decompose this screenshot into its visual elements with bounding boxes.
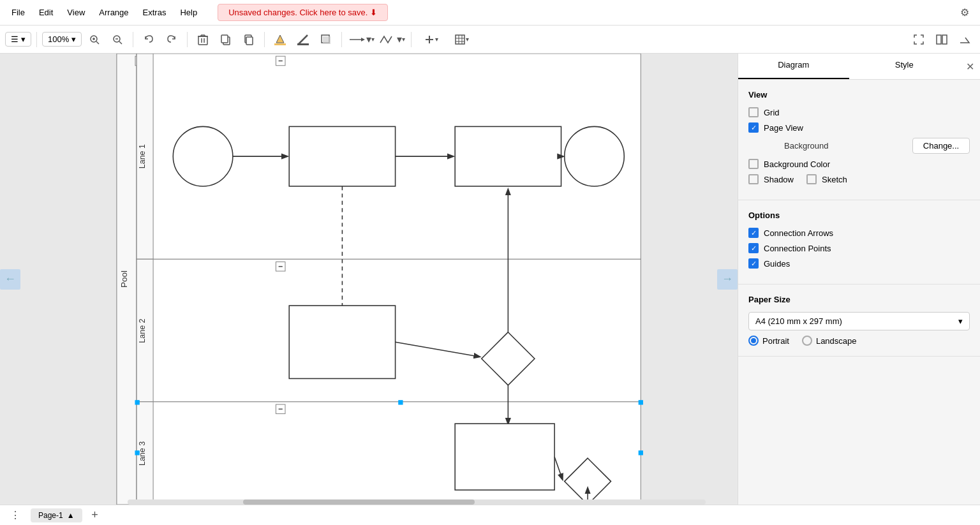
add-page-button[interactable]: + bbox=[87, 508, 103, 523]
sketch-option[interactable]: Sketch bbox=[806, 174, 847, 184]
split-view-button[interactable] bbox=[932, 29, 952, 50]
grid-option[interactable]: Grid bbox=[748, 107, 970, 117]
zoom-in-button[interactable] bbox=[84, 29, 105, 50]
portrait-radio[interactable] bbox=[748, 336, 759, 346]
paste-button[interactable] bbox=[239, 29, 259, 50]
orientation-group: Portrait Landscape bbox=[748, 336, 970, 346]
guides-option[interactable]: ✓ Guides bbox=[748, 258, 970, 269]
save-notification[interactable]: Unsaved changes. Click here to save. ⬇ bbox=[218, 4, 388, 21]
svg-rect-23 bbox=[323, 36, 330, 44]
separator-3 bbox=[187, 32, 188, 47]
menu-view[interactable]: View bbox=[61, 5, 91, 20]
copy-button[interactable] bbox=[216, 29, 236, 50]
svg-rect-56 bbox=[399, 401, 403, 404]
chevron-down-icon: ▾ bbox=[21, 34, 26, 44]
sidebar-toggle[interactable]: ☰ ▾ bbox=[5, 32, 31, 47]
portrait-option[interactable]: Portrait bbox=[748, 336, 789, 346]
horizontal-scrollbar[interactable] bbox=[128, 499, 706, 505]
nav-arrow-left[interactable]: ← bbox=[0, 269, 20, 290]
separator-1 bbox=[36, 32, 37, 47]
svg-rect-33 bbox=[937, 35, 941, 44]
chevron-down-icon: ▾ bbox=[71, 34, 76, 44]
canvas-container[interactable]: ← → Pool Lane 1 Lane 2 bbox=[0, 54, 738, 505]
sidebar-icon: ☰ bbox=[11, 34, 19, 44]
zoom-out-button[interactable] bbox=[107, 29, 128, 50]
zoom-level: 100% bbox=[48, 34, 69, 44]
background-color-option[interactable]: Background Color bbox=[748, 159, 970, 169]
landscape-option[interactable]: Landscape bbox=[802, 336, 857, 346]
shadow-label: Shadow bbox=[764, 175, 794, 184]
connection-points-checkbox[interactable]: ✓ bbox=[748, 243, 759, 253]
redo-button[interactable] bbox=[161, 29, 182, 50]
right-panel: Diagram Style ✕ View Grid ✓ Page View Ba… bbox=[738, 54, 980, 505]
shadow-button[interactable] bbox=[316, 29, 336, 50]
svg-rect-21 bbox=[297, 43, 309, 45]
change-background-button[interactable]: Change... bbox=[912, 138, 970, 154]
chevron-down-icon: ▾ bbox=[958, 316, 963, 326]
separator-2 bbox=[133, 32, 133, 47]
fullscreen-button[interactable] bbox=[909, 29, 929, 50]
waypoints-button[interactable]: ▾ ▾ bbox=[378, 29, 406, 50]
connection-arrows-label: Connection Arrows bbox=[764, 228, 833, 238]
connection-points-label: Connection Points bbox=[764, 244, 831, 253]
chevron-up-icon: ▲ bbox=[67, 511, 75, 520]
insert-button[interactable]: ▾ bbox=[417, 29, 445, 50]
settings-icon[interactable]: ⚙ bbox=[954, 3, 975, 23]
guides-checkbox[interactable]: ✓ bbox=[748, 258, 759, 269]
svg-marker-25 bbox=[361, 38, 365, 41]
sketch-checkbox[interactable] bbox=[806, 174, 817, 184]
menu-edit[interactable]: Edit bbox=[33, 5, 59, 20]
shadow-checkbox[interactable] bbox=[748, 174, 759, 184]
undo-button[interactable] bbox=[138, 29, 159, 50]
page-view-option[interactable]: ✓ Page View bbox=[748, 122, 970, 133]
menu-arrange[interactable]: Arrange bbox=[93, 5, 135, 20]
guides-label: Guides bbox=[764, 259, 790, 269]
delete-button[interactable] bbox=[193, 29, 213, 50]
nav-arrow-right[interactable]: → bbox=[717, 269, 738, 290]
page-tab[interactable]: Page-1 ▲ bbox=[31, 508, 82, 522]
svg-point-63 bbox=[173, 126, 233, 186]
panel-tabs: Diagram Style ✕ bbox=[738, 54, 980, 80]
svg-line-20 bbox=[299, 35, 308, 44]
connection-style-button[interactable]: ▾ ▾ bbox=[347, 29, 375, 50]
svg-text:Lane 1: Lane 1 bbox=[138, 144, 147, 168]
tab-diagram[interactable]: Diagram bbox=[738, 54, 849, 79]
svg-rect-61 bbox=[135, 451, 139, 455]
svg-rect-28 bbox=[456, 35, 464, 44]
menu-help[interactable]: Help bbox=[174, 5, 204, 20]
shadow-option[interactable]: Shadow bbox=[748, 174, 794, 184]
svg-rect-7 bbox=[198, 36, 207, 45]
page-view-checkbox[interactable]: ✓ bbox=[748, 122, 759, 133]
svg-rect-15 bbox=[221, 35, 228, 43]
menu-file[interactable]: File bbox=[5, 5, 31, 20]
grid-checkbox[interactable] bbox=[748, 107, 759, 117]
fill-color-button[interactable] bbox=[270, 29, 290, 50]
connection-arrows-checkbox[interactable]: ✓ bbox=[748, 228, 759, 238]
toolbar: ☰ ▾ 100% ▾ ▾ ▾ ▾ ▾ bbox=[0, 26, 980, 54]
page-view-label: Page View bbox=[764, 123, 803, 133]
svg-rect-55 bbox=[135, 401, 139, 404]
connection-points-option[interactable]: ✓ Connection Points bbox=[748, 243, 970, 253]
svg-point-66 bbox=[565, 126, 625, 186]
svg-marker-18 bbox=[276, 35, 284, 43]
connection-arrows-option[interactable]: ✓ Connection Arrows bbox=[748, 228, 970, 238]
separator-6 bbox=[411, 32, 412, 47]
menu-dots-button[interactable]: ⋮ bbox=[5, 505, 26, 526]
svg-rect-62 bbox=[639, 451, 642, 455]
paper-size-dropdown[interactable]: A4 (210 mm x 297 mm) ▾ bbox=[748, 312, 970, 330]
diagram-canvas[interactable]: Pool Lane 1 Lane 2 Lane 3 bbox=[0, 54, 738, 505]
zoom-selector[interactable]: 100% ▾ bbox=[42, 32, 82, 47]
menu-extras[interactable]: Extras bbox=[137, 5, 173, 20]
background-color-checkbox[interactable] bbox=[748, 159, 759, 169]
line-color-button[interactable] bbox=[293, 29, 313, 50]
separator-5 bbox=[341, 32, 342, 47]
landscape-radio[interactable] bbox=[802, 336, 812, 346]
table-button[interactable]: ▾ bbox=[447, 29, 475, 50]
svg-rect-19 bbox=[274, 43, 286, 45]
svg-text:Pool: Pool bbox=[119, 270, 129, 288]
format-button[interactable] bbox=[954, 29, 975, 50]
background-row: Background Change... bbox=[748, 138, 970, 154]
close-panel-button[interactable]: ✕ bbox=[960, 54, 980, 79]
sketch-label: Sketch bbox=[822, 175, 847, 184]
tab-style[interactable]: Style bbox=[849, 54, 960, 79]
